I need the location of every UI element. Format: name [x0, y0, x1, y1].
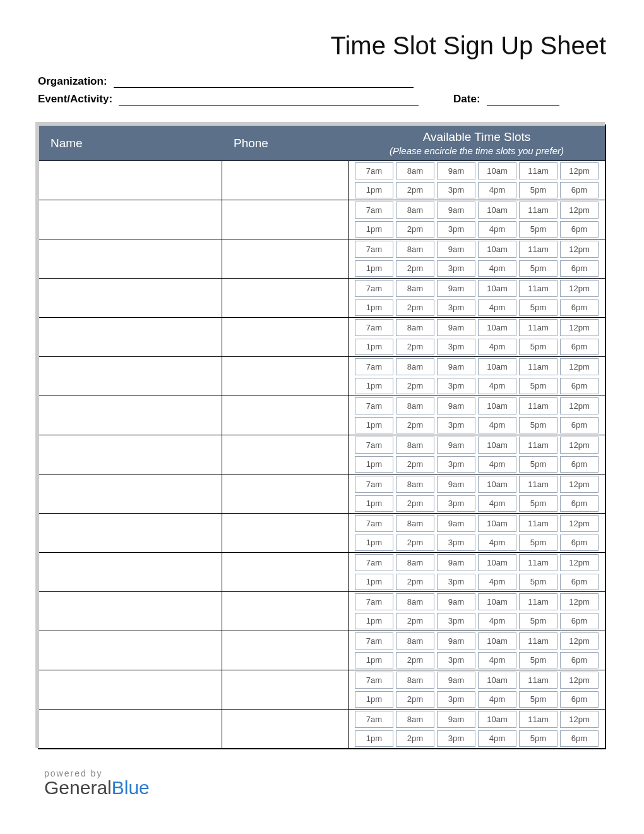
name-cell[interactable]: [39, 200, 222, 239]
time-slot-option[interactable]: 6pm: [560, 378, 599, 395]
time-slot-option[interactable]: 1pm: [355, 574, 393, 591]
name-cell[interactable]: [39, 553, 222, 591]
time-slot-option[interactable]: 7am: [355, 711, 393, 728]
time-slot-option[interactable]: 9am: [437, 554, 475, 571]
time-slot-option[interactable]: 9am: [437, 476, 475, 493]
time-slot-option[interactable]: 5pm: [519, 378, 558, 395]
time-slot-option[interactable]: 1pm: [355, 495, 393, 512]
time-slot-option[interactable]: 11am: [519, 437, 558, 454]
time-slot-option[interactable]: 9am: [437, 319, 475, 336]
time-slot-option[interactable]: 3pm: [437, 417, 475, 434]
time-slot-option[interactable]: 8am: [396, 632, 434, 650]
time-slot-option[interactable]: 12pm: [560, 437, 599, 454]
time-slot-option[interactable]: 1pm: [355, 613, 393, 630]
time-slot-option[interactable]: 2pm: [396, 417, 434, 434]
time-slot-option[interactable]: 8am: [396, 358, 434, 375]
time-slot-option[interactable]: 10am: [478, 554, 516, 571]
time-slot-option[interactable]: 3pm: [437, 456, 475, 473]
time-slot-option[interactable]: 10am: [478, 162, 516, 179]
time-slot-option[interactable]: 12pm: [560, 202, 599, 219]
time-slot-option[interactable]: 1pm: [355, 456, 393, 473]
name-cell[interactable]: [39, 396, 222, 435]
time-slot-option[interactable]: 3pm: [437, 535, 475, 552]
time-slot-option[interactable]: 6pm: [560, 535, 599, 552]
time-slot-option[interactable]: 9am: [437, 397, 475, 414]
time-slot-option[interactable]: 1pm: [355, 182, 393, 199]
time-slot-option[interactable]: 1pm: [355, 221, 393, 238]
time-slot-option[interactable]: 6pm: [560, 182, 599, 199]
time-slot-option[interactable]: 7am: [355, 554, 393, 571]
time-slot-option[interactable]: 3pm: [437, 339, 475, 356]
time-slot-option[interactable]: 7am: [355, 397, 393, 414]
time-slot-option[interactable]: 11am: [519, 515, 558, 532]
time-slot-option[interactable]: 3pm: [437, 260, 475, 277]
time-slot-option[interactable]: 2pm: [396, 299, 434, 317]
time-slot-option[interactable]: 10am: [478, 711, 516, 728]
time-slot-option[interactable]: 10am: [478, 437, 516, 454]
time-slot-option[interactable]: 8am: [396, 672, 434, 689]
time-slot-option[interactable]: 8am: [396, 280, 434, 297]
time-slot-option[interactable]: 5pm: [519, 221, 558, 238]
time-slot-option[interactable]: 6pm: [560, 495, 599, 512]
time-slot-option[interactable]: 4pm: [478, 535, 516, 552]
phone-cell[interactable]: [222, 631, 349, 670]
time-slot-option[interactable]: 12pm: [560, 476, 599, 493]
name-cell[interactable]: [39, 435, 222, 474]
time-slot-option[interactable]: 9am: [437, 711, 475, 728]
time-slot-option[interactable]: 11am: [519, 476, 558, 493]
time-slot-option[interactable]: 6pm: [560, 574, 599, 591]
time-slot-option[interactable]: 4pm: [478, 613, 516, 630]
time-slot-option[interactable]: 5pm: [519, 652, 558, 669]
phone-cell[interactable]: [222, 670, 349, 709]
phone-cell[interactable]: [222, 474, 349, 513]
time-slot-option[interactable]: 6pm: [560, 221, 599, 238]
time-slot-option[interactable]: 10am: [478, 397, 516, 414]
time-slot-option[interactable]: 2pm: [396, 691, 434, 708]
time-slot-option[interactable]: 7am: [355, 319, 393, 336]
time-slot-option[interactable]: 8am: [396, 593, 434, 610]
time-slot-option[interactable]: 5pm: [519, 535, 558, 552]
time-slot-option[interactable]: 12pm: [560, 162, 599, 179]
time-slot-option[interactable]: 8am: [396, 319, 434, 336]
time-slot-option[interactable]: 4pm: [478, 260, 516, 277]
time-slot-option[interactable]: 2pm: [396, 260, 434, 277]
time-slot-option[interactable]: 2pm: [396, 182, 434, 199]
time-slot-option[interactable]: 5pm: [519, 574, 558, 591]
time-slot-option[interactable]: 9am: [437, 437, 475, 454]
time-slot-option[interactable]: 9am: [437, 358, 475, 375]
time-slot-option[interactable]: 7am: [355, 672, 393, 689]
name-cell[interactable]: [39, 279, 222, 317]
time-slot-option[interactable]: 11am: [519, 593, 558, 610]
name-cell[interactable]: [39, 670, 222, 709]
time-slot-option[interactable]: 2pm: [396, 221, 434, 238]
time-slot-option[interactable]: 3pm: [437, 299, 475, 317]
time-slot-option[interactable]: 2pm: [396, 378, 434, 395]
time-slot-option[interactable]: 11am: [519, 672, 558, 689]
time-slot-option[interactable]: 4pm: [478, 221, 516, 238]
time-slot-option[interactable]: 7am: [355, 437, 393, 454]
time-slot-option[interactable]: 6pm: [560, 456, 599, 473]
time-slot-option[interactable]: 7am: [355, 358, 393, 375]
time-slot-option[interactable]: 11am: [519, 202, 558, 219]
time-slot-option[interactable]: 2pm: [396, 339, 434, 356]
time-slot-option[interactable]: 3pm: [437, 730, 475, 747]
time-slot-option[interactable]: 7am: [355, 241, 393, 258]
time-slot-option[interactable]: 3pm: [437, 182, 475, 199]
time-slot-option[interactable]: 4pm: [478, 378, 516, 395]
phone-cell[interactable]: [222, 396, 349, 435]
time-slot-option[interactable]: 7am: [355, 162, 393, 179]
time-slot-option[interactable]: 9am: [437, 672, 475, 689]
time-slot-option[interactable]: 1pm: [355, 652, 393, 669]
time-slot-option[interactable]: 1pm: [355, 378, 393, 395]
time-slot-option[interactable]: 2pm: [396, 535, 434, 552]
time-slot-option[interactable]: 12pm: [560, 280, 599, 297]
time-slot-option[interactable]: 11am: [519, 241, 558, 258]
time-slot-option[interactable]: 10am: [478, 672, 516, 689]
time-slot-option[interactable]: 9am: [437, 241, 475, 258]
time-slot-option[interactable]: 5pm: [519, 613, 558, 630]
time-slot-option[interactable]: 2pm: [396, 574, 434, 591]
time-slot-option[interactable]: 3pm: [437, 495, 475, 512]
phone-cell[interactable]: [222, 357, 349, 396]
time-slot-option[interactable]: 12pm: [560, 397, 599, 414]
time-slot-option[interactable]: 10am: [478, 515, 516, 532]
